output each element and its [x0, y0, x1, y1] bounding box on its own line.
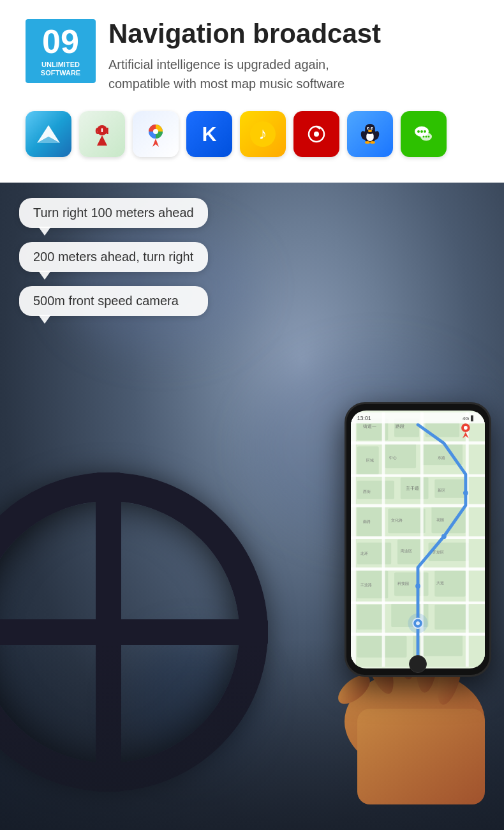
svg-point-75	[408, 614, 427, 633]
svg-text:文化路: 文化路	[391, 518, 403, 522]
netease-icon	[304, 121, 329, 147]
svg-point-72	[463, 490, 468, 495]
svg-rect-99	[357, 709, 485, 804]
kuwo-letter: K	[202, 123, 216, 146]
header-row: 09 UNLIMITED SOFTWARE Navigation broadca…	[26, 19, 478, 93]
svg-rect-56	[434, 605, 468, 630]
gaode-icon	[34, 120, 63, 148]
svg-text:大道: 大道	[436, 581, 444, 585]
svg-point-16	[365, 124, 375, 134]
svg-point-70	[415, 584, 420, 589]
svg-text:北环: 北环	[360, 552, 368, 555]
svg-rect-67	[382, 412, 385, 667]
speech-bubble-2: 200 meters ahead, turn right	[19, 242, 208, 272]
svg-point-21	[368, 130, 372, 132]
svg-text:新区: 新区	[438, 488, 445, 492]
badge-box: 09 UNLIMITED SOFTWARE	[26, 19, 96, 83]
map-svg: 13:01 4G ▋ 街道一 路段 区域 中心 东路 西街 主干道 新区 南路 …	[351, 411, 485, 668]
phone-body: 13:01 4G ▋ 街道一 路段 区域 中心 东路 西街 主干道 新区 南路 …	[345, 402, 491, 677]
svg-point-32	[426, 136, 427, 138]
svg-point-33	[428, 136, 430, 138]
svg-text:商业区: 商业区	[401, 548, 412, 553]
app-icon-gaode[interactable]	[26, 111, 71, 157]
svg-point-22	[365, 141, 370, 144]
svg-point-31	[423, 136, 425, 138]
svg-text:中心: 中心	[389, 455, 397, 460]
page-wrapper: 09 UNLIMITED SOFTWARE Navigation broadca…	[0, 0, 504, 830]
subtitle: Artificial intelligence is upgraded agai…	[108, 55, 381, 93]
speech-bubble-3: 500m front speed camera	[19, 286, 208, 316]
svg-text:东路: 东路	[438, 455, 445, 460]
main-title: Navigation broadcast	[108, 19, 381, 49]
svg-rect-66	[351, 412, 356, 667]
svg-point-27	[417, 130, 420, 133]
top-section: 09 UNLIMITED SOFTWARE Navigation broadca…	[0, 0, 504, 183]
apps-row: du K	[26, 105, 478, 170]
svg-text:du: du	[95, 124, 109, 137]
app-icon-qq[interactable]	[347, 111, 393, 157]
svg-text:4G ▋: 4G ▋	[463, 415, 475, 421]
svg-point-71	[441, 534, 447, 539]
svg-point-23	[370, 141, 375, 144]
svg-point-97	[464, 426, 468, 430]
badge-subtitle: UNLIMITED SOFTWARE	[41, 61, 80, 77]
hand-phone-container: 13:01 4G ▋ 街道一 路段 区域 中心 东路 西街 主干道 新区 南路 …	[211, 326, 504, 804]
svg-text:路段: 路段	[396, 424, 404, 428]
svg-rect-42	[357, 481, 394, 499]
baidu-icon: du	[88, 120, 116, 148]
svg-point-7	[153, 129, 158, 134]
title-block: Navigation broadcast Artificial intellig…	[108, 19, 381, 93]
svg-rect-69	[466, 412, 469, 667]
svg-text:工业路: 工业路	[360, 583, 372, 587]
svg-text:开发区: 开发区	[433, 550, 444, 554]
svg-point-19	[368, 128, 369, 130]
svg-text:南路: 南路	[363, 520, 371, 524]
svg-text:主干道: 主干道	[406, 486, 419, 490]
svg-rect-54	[357, 605, 385, 630]
wechat-icon	[411, 121, 436, 147]
svg-text:区域: 区域	[366, 458, 374, 462]
app-icon-netease[interactable]	[293, 111, 339, 157]
app-icon-wechat[interactable]	[401, 111, 447, 157]
svg-point-28	[420, 130, 423, 133]
svg-text:街道一: 街道一	[363, 424, 376, 428]
svg-rect-59	[351, 441, 485, 444]
svg-text:13:01: 13:01	[357, 415, 371, 421]
app-icon-baidu[interactable]: du	[79, 111, 125, 157]
svg-point-12	[314, 132, 319, 137]
app-icon-kuwo[interactable]: K	[186, 111, 232, 157]
speech-bubbles-area: Turn right 100 meters ahead 200 meters a…	[19, 198, 208, 316]
svg-text:西街: 西街	[363, 490, 371, 494]
google-maps-icon	[142, 120, 170, 148]
qqmusic-icon: ♪	[250, 121, 276, 147]
svg-text:花园: 花园	[436, 518, 444, 522]
svg-text:科技园: 科技园	[397, 582, 409, 585]
svg-text:♪: ♪	[259, 124, 267, 143]
qq-icon	[357, 121, 383, 147]
phone-home-button	[409, 655, 427, 673]
svg-point-20	[372, 128, 373, 130]
app-icon-google[interactable]	[133, 111, 179, 157]
phone-screen: 13:01 4G ▋ 街道一 路段 区域 中心 东路 西街 主干道 新区 南路 …	[351, 411, 485, 668]
svg-rect-57	[357, 636, 407, 658]
app-icon-qqmusic[interactable]: ♪	[240, 111, 286, 157]
svg-rect-62	[351, 536, 485, 539]
badge-number: 09	[42, 25, 79, 58]
speech-bubble-1: Turn right 100 meters ahead	[19, 198, 208, 228]
svg-point-29	[424, 130, 426, 133]
